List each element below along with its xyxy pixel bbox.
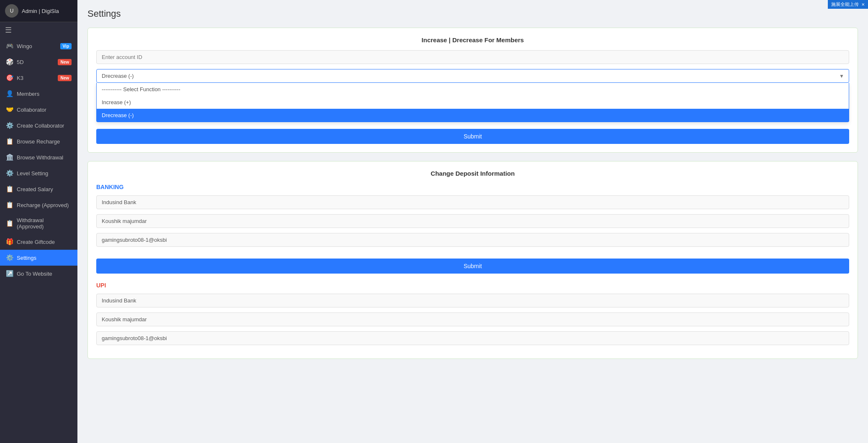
chrome-label: 施展全能上传 bbox=[831, 1, 859, 8]
browser-chrome: 施展全能上传 × bbox=[828, 0, 868, 9]
banking-field-0[interactable] bbox=[96, 195, 849, 209]
go-to-website-icon: ↗️ bbox=[6, 270, 13, 277]
avatar: U bbox=[5, 4, 18, 18]
deposit-card-title: Change Deposit Information bbox=[96, 170, 849, 177]
upi-field-0[interactable] bbox=[96, 294, 849, 307]
dropdown-option[interactable]: ----------- Select Function ---------- bbox=[97, 83, 849, 96]
sidebar-item-label-level-setting: Level Setting bbox=[17, 170, 72, 177]
dropdown-option[interactable]: Increase (+) bbox=[97, 96, 849, 109]
create-collaborator-icon: ⚙️ bbox=[6, 122, 13, 129]
level-setting-icon: ⚙️ bbox=[6, 169, 13, 177]
upi-field-2[interactable] bbox=[96, 331, 849, 345]
sidebar-item-label-browse-withdrawal: Browse Withdrawal bbox=[17, 154, 72, 161]
sidebar-item-collaborator[interactable]: 🤝Collaborator bbox=[0, 102, 77, 118]
sidebar-item-label-collaborator: Collaborator bbox=[17, 107, 72, 113]
sidebar-item-create-giftcode[interactable]: 🎁Create Giftcode bbox=[0, 234, 77, 250]
sidebar-item-label-created-salary: Created Salary bbox=[17, 186, 72, 192]
dropdown-option[interactable]: Drecrease (-) bbox=[97, 109, 849, 122]
browse-withdrawal-icon: 🏛️ bbox=[6, 154, 13, 161]
sidebar-nav: 🎮WingoVip🎲5DNew🎯K3New👤Members🤝Collaborat… bbox=[0, 38, 77, 443]
sidebar-item-create-collaborator[interactable]: ⚙️Create Collaborator bbox=[0, 118, 77, 133]
wingo-icon: 🎮 bbox=[6, 42, 13, 50]
sidebar-item-k3[interactable]: 🎯K3New bbox=[0, 70, 77, 86]
sidebar-item-label-recharge-approved: Recharge (Approved) bbox=[17, 202, 72, 208]
upi-label: UPI bbox=[96, 282, 849, 289]
sidebar-item-label-create-giftcode: Create Giftcode bbox=[17, 239, 72, 245]
increase-decrease-card: Increase | Drecrease For Members -------… bbox=[87, 28, 858, 153]
sidebar-item-recharge-approved[interactable]: 📋Recharge (Approved) bbox=[0, 197, 77, 213]
members-icon: 👤 bbox=[6, 90, 13, 97]
browse-recharge-icon: 📋 bbox=[6, 138, 13, 145]
sidebar-item-withdrawal-approved[interactable]: 📋Withdrawal (Approved) bbox=[0, 213, 77, 234]
create-giftcode-icon: 🎁 bbox=[6, 238, 13, 246]
sidebar-item-label-go-to-website: Go To Website bbox=[17, 271, 72, 277]
sidebar-item-settings[interactable]: ⚙️Settings bbox=[0, 250, 77, 266]
menu-toggle-icon[interactable]: ☰ bbox=[0, 22, 77, 38]
select-function-dropdown[interactable]: ----------- Select Function ----------In… bbox=[96, 69, 849, 83]
banking-field-2[interactable] bbox=[96, 233, 849, 247]
banking-submit-button[interactable]: Submit bbox=[96, 259, 849, 274]
sidebar-item-label-members: Members bbox=[17, 91, 72, 97]
increase-decrease-submit-button[interactable]: Submit bbox=[96, 129, 849, 144]
dropdown-open-list: ----------- Select Function ----------In… bbox=[96, 83, 849, 122]
upi-field-1[interactable] bbox=[96, 312, 849, 326]
settings-icon: ⚙️ bbox=[6, 254, 13, 261]
sidebar-item-label-create-collaborator: Create Collaborator bbox=[17, 123, 72, 129]
sidebar-item-wingo[interactable]: 🎮WingoVip bbox=[0, 38, 77, 54]
sidebar-item-label-browse-recharge: Browse Recharge bbox=[17, 138, 72, 145]
badge-5d: New bbox=[58, 59, 72, 65]
banking-fields bbox=[96, 195, 849, 252]
badge-k3: New bbox=[58, 75, 72, 81]
account-id-input[interactable] bbox=[96, 50, 849, 64]
sidebar: U Admin | DigiSla ☰ 🎮WingoVip🎲5DNew🎯K3Ne… bbox=[0, 0, 77, 443]
k3-icon: 🎯 bbox=[6, 74, 13, 82]
sidebar-item-members[interactable]: 👤Members bbox=[0, 86, 77, 102]
collaborator-icon: 🤝 bbox=[6, 106, 13, 113]
upi-fields bbox=[96, 294, 849, 350]
recharge-approved-icon: 📋 bbox=[6, 201, 13, 209]
sidebar-header: U Admin | DigiSla bbox=[0, 0, 77, 22]
sidebar-item-level-setting[interactable]: ⚙️Level Setting bbox=[0, 165, 77, 181]
page-title: Settings bbox=[87, 8, 858, 19]
5d-icon: 🎲 bbox=[6, 58, 13, 66]
banking-label: BANKING bbox=[96, 184, 849, 190]
sidebar-item-label-withdrawal-approved: Withdrawal (Approved) bbox=[17, 217, 72, 230]
sidebar-item-label-5d: 5D bbox=[17, 59, 54, 65]
sidebar-item-label-k3: K3 bbox=[17, 75, 54, 81]
sidebar-item-label-settings: Settings bbox=[17, 255, 72, 261]
sidebar-item-browse-withdrawal[interactable]: 🏛️Browse Withdrawal bbox=[0, 149, 77, 165]
sidebar-item-label-wingo: Wingo bbox=[17, 43, 57, 49]
admin-label: Admin | DigiSla bbox=[22, 8, 59, 14]
increase-decrease-card-title: Increase | Drecrease For Members bbox=[96, 36, 849, 44]
sidebar-item-go-to-website[interactable]: ↗️Go To Website bbox=[0, 266, 77, 282]
main-content: Settings Increase | Drecrease For Member… bbox=[77, 0, 868, 443]
sidebar-item-5d[interactable]: 🎲5DNew bbox=[0, 54, 77, 70]
badge-wingo: Vip bbox=[60, 43, 72, 49]
sidebar-item-created-salary[interactable]: 📋Created Salary bbox=[0, 181, 77, 197]
banking-field-1[interactable] bbox=[96, 214, 849, 228]
sidebar-item-browse-recharge[interactable]: 📋Browse Recharge bbox=[0, 133, 77, 149]
chrome-close-button[interactable]: × bbox=[861, 1, 865, 8]
select-function-wrapper: ----------- Select Function ----------In… bbox=[96, 69, 849, 83]
created-salary-icon: 📋 bbox=[6, 185, 13, 193]
withdrawal-approved-icon: 📋 bbox=[6, 220, 13, 227]
deposit-info-card: Change Deposit Information BANKING Submi… bbox=[87, 161, 858, 359]
